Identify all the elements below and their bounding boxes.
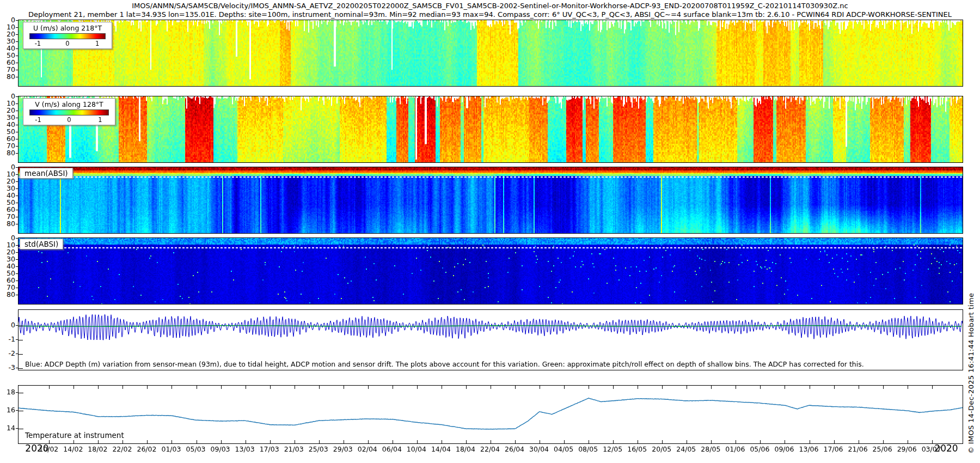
y-tick-mark — [16, 428, 18, 429]
y-tick-mark — [16, 210, 18, 210]
x-tick-label: 26/04 — [505, 445, 524, 453]
x-tick-label: 05/06 — [750, 445, 769, 453]
y-tick-mark — [16, 125, 18, 125]
u-velocity-heatmap — [19, 20, 963, 86]
x-tick-label: 01/03 — [161, 445, 181, 453]
y-tick-mark — [16, 132, 18, 132]
y-tick-mark — [16, 146, 18, 147]
x-tick-label: 01/06 — [725, 445, 745, 453]
x-tick-label: 21/06 — [848, 445, 868, 453]
y-tick-mark — [16, 368, 18, 368]
x-tick-label: 13/03 — [235, 445, 255, 453]
x-tick-label: 14/02 — [63, 445, 83, 453]
y-tick-mark — [16, 410, 18, 411]
v-colorbar-tick-max: 1 — [98, 116, 102, 124]
y-tick-label: 80 — [0, 74, 15, 81]
x-tick-label: 05/03 — [186, 445, 206, 453]
x-tick-label: 28/05 — [701, 445, 720, 453]
y-tick-mark — [16, 339, 18, 340]
y-tick-mark — [16, 259, 18, 260]
x-tick-label: 29/06 — [897, 445, 917, 453]
y-tick-label: 14 — [0, 425, 15, 432]
y-tick-label: 80 — [0, 221, 15, 228]
y-tick-mark — [16, 325, 18, 326]
y-tick-mark — [16, 34, 18, 35]
u-legend: U (m/s) along 218°T -1 0 1 — [23, 22, 112, 49]
v-colorbar — [29, 109, 109, 115]
mean-absi-panel — [18, 167, 963, 234]
x-tick-label: 18/04 — [456, 445, 475, 453]
y-tick-mark — [16, 111, 18, 111]
mean-absi-heatmap — [19, 167, 963, 233]
std-absi-label: std(ABSI) — [20, 239, 63, 249]
adcp-diagnostics-figure: IMOS/ANMN/SA/SAM5CB/Velocity/IMOS_ANMN-S… — [0, 0, 980, 463]
x-tick-label: 17/06 — [824, 445, 843, 453]
mean-absi-label: mean(ABSI) — [20, 168, 73, 179]
x-tick-label: 12/05 — [603, 445, 622, 453]
y-tick-label: -3 — [0, 364, 15, 371]
x-tick-label: 25/03 — [309, 445, 328, 453]
y-tick-mark — [16, 153, 18, 154]
x-tick-label: 22/02 — [112, 445, 132, 453]
y-tick-mark — [16, 188, 18, 189]
x-tick-label: 13/06 — [799, 445, 818, 453]
x-tick-label: 10/02 — [39, 445, 58, 453]
figure-title-filename: IMOS/ANMN/SA/SAM5CB/Velocity/IMOS_ANMN-S… — [0, 2, 980, 10]
y-tick-mark — [16, 238, 18, 239]
x-tick-label: 24/05 — [676, 445, 696, 453]
x-tick-label: 09/06 — [774, 445, 794, 453]
y-tick-mark — [16, 281, 18, 281]
y-tick-label: 0 — [0, 322, 15, 329]
x-tick-label: 18/02 — [88, 445, 107, 453]
y-tick-mark — [16, 354, 18, 354]
y-tick-mark — [16, 70, 18, 70]
y-tick-mark — [16, 167, 18, 168]
y-tick-mark — [16, 20, 18, 21]
x-tick-label: 16/05 — [627, 445, 647, 453]
y-tick-mark — [16, 118, 18, 118]
temperature-panel — [18, 385, 963, 444]
v-legend: V (m/s) along 128°T -1 0 1 — [23, 98, 115, 125]
x-tick-label: 10/04 — [407, 445, 426, 453]
y-tick-mark — [16, 203, 18, 203]
x-tick-label: 04/05 — [554, 445, 573, 453]
figure-subtitle-deployment: Deployment 21, member 1 lat=34.93S lon=1… — [0, 10, 980, 19]
y-tick-mark — [16, 41, 18, 42]
copyright-vertical-text: © IMOS 14-Dec-2025 16:41:44 Hobart time — [967, 293, 975, 454]
y-tick-mark — [16, 217, 18, 217]
temperature-label: Temperature at instrument — [25, 431, 124, 440]
u-legend-title: U (m/s) along 218°T — [27, 24, 108, 32]
y-tick-mark — [16, 139, 18, 139]
v-velocity-panel — [18, 96, 963, 163]
y-tick-label: -1 — [0, 336, 15, 343]
std-absi-heatmap — [19, 238, 963, 304]
u-colorbar-ticks: -1 0 1 — [29, 40, 106, 47]
y-tick-mark — [16, 27, 18, 28]
v-colorbar-ticks: -1 0 1 — [29, 116, 109, 123]
x-tick-label: 25/06 — [873, 445, 892, 453]
u-colorbar-tick-mid: 0 — [65, 40, 69, 47]
y-tick-mark — [16, 48, 18, 49]
y-tick-mark — [16, 174, 18, 175]
v-legend-title: V (m/s) along 128°T — [27, 100, 112, 108]
std-absi-panel — [18, 237, 963, 304]
y-tick-mark — [16, 196, 18, 196]
y-tick-mark — [16, 224, 18, 224]
y-tick-mark — [16, 266, 18, 267]
depth-variation-caption: Blue: ADCP Depth (m) variation from sens… — [25, 360, 864, 368]
v-colorbar-tick-min: -1 — [35, 116, 41, 124]
y-tick-mark — [16, 63, 18, 63]
x-tick-label: 09/03 — [211, 445, 230, 453]
v-colorbar-tick-mid: 0 — [67, 116, 71, 124]
x-tick-label: 20/05 — [652, 445, 671, 453]
y-tick-mark — [16, 103, 18, 104]
y-tick-label: 16 — [0, 407, 15, 414]
y-tick-mark — [16, 245, 18, 246]
y-tick-label: 18 — [0, 389, 15, 396]
x-tick-label: 21/03 — [284, 445, 304, 453]
x-tick-label: 02/04 — [358, 445, 377, 453]
x-tick-label: 06/04 — [382, 445, 402, 453]
u-velocity-panel — [18, 20, 963, 87]
u-colorbar — [29, 33, 106, 39]
y-tick-mark — [16, 252, 18, 253]
